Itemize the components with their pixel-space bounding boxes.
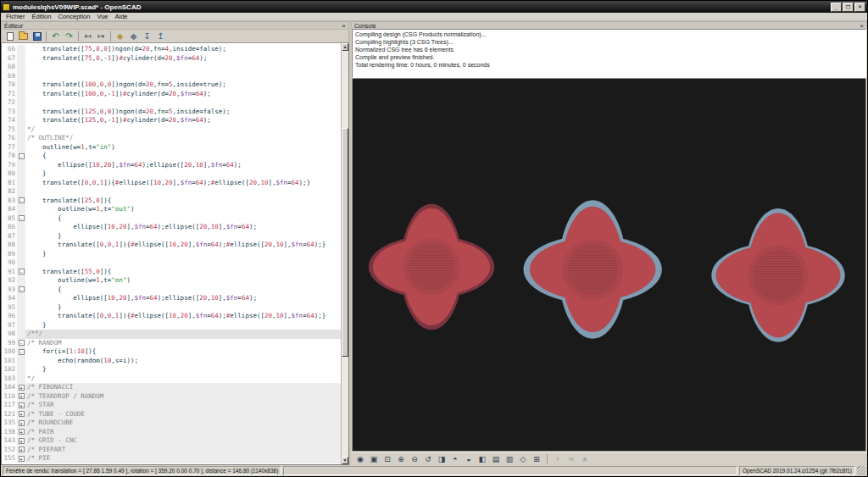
undo-icon[interactable]: ↶ <box>49 31 62 42</box>
fold-collapse-icon[interactable]: - <box>19 286 25 292</box>
code-line-67[interactable]: 67 translate([75,0,-1])#cylinder(d=20,$f… <box>2 54 348 64</box>
code-line-85[interactable]: 85- { <box>2 214 348 224</box>
editor-dock-close-icon[interactable]: × <box>342 23 346 29</box>
render-viewport[interactable] <box>352 78 866 452</box>
menu-fichier[interactable]: Fichier <box>3 13 29 20</box>
show-crosshairs-icon[interactable]: ∗ <box>579 453 591 464</box>
close-button[interactable]: × <box>854 3 865 12</box>
view-diagonal-icon[interactable]: ◇ <box>517 453 529 464</box>
view-right-icon[interactable]: ◨ <box>436 453 448 464</box>
menu-aide[interactable]: Aide <box>111 13 131 20</box>
fold-expand-icon[interactable]: + <box>19 429 25 435</box>
redo-icon[interactable]: ↷ <box>63 31 75 42</box>
console-dock-close-icon[interactable]: × <box>860 23 864 29</box>
fold-collapse-icon[interactable]: - <box>19 153 25 159</box>
code-line-100[interactable]: 100- for(i=[1:10]){ <box>2 347 348 357</box>
code-line-104[interactable]: 104+/* FIBONACCI <box>2 383 348 392</box>
code-line-143[interactable]: 143+/* GRID - CNC <box>2 436 348 446</box>
code-line-99[interactable]: 99-/* RANDOM <box>2 339 348 348</box>
view-back-icon[interactable]: ▥ <box>504 453 515 464</box>
menu-dition[interactable]: Édition <box>29 13 55 20</box>
fold-collapse-icon[interactable]: - <box>19 340 25 346</box>
fold-expand-icon[interactable]: + <box>19 420 25 426</box>
fold-expand-icon[interactable]: + <box>19 456 25 462</box>
fold-collapse-icon[interactable]: - <box>19 197 25 203</box>
code-line-95[interactable]: 95 } <box>2 303 348 313</box>
viewport-preview-icon[interactable]: ◉ <box>354 453 366 464</box>
menu-vue[interactable]: Vue <box>93 13 111 20</box>
code-line-94[interactable]: 94 ellipse([10,20],$fn=64);ellipse([20,1… <box>2 294 348 303</box>
code-line-68[interactable]: 68 <box>2 63 348 72</box>
fold-expand-icon[interactable]: + <box>19 411 25 417</box>
code-line-92[interactable]: 92 outline(w=1,t="on") <box>2 276 348 286</box>
code-line-83[interactable]: 83- translate([25,0]){ <box>2 197 348 206</box>
view-center-icon[interactable]: ⊞ <box>531 453 542 464</box>
code-line-77[interactable]: 77 outline(w=1,t="in") <box>2 143 348 153</box>
code-line-117[interactable]: 117+/* STAR <box>2 401 348 410</box>
code-line-76[interactable]: 76/* OUTLINE*/ <box>2 134 348 143</box>
open-library-icon[interactable]: ↥ <box>154 31 167 42</box>
code-line-84[interactable]: 84 outline(w=1,t="out") <box>2 205 348 214</box>
view-front-icon[interactable]: ▤ <box>490 453 502 464</box>
code-line-80[interactable]: 80 } <box>2 169 348 179</box>
scroll-down-icon[interactable]: ▼ <box>342 457 348 464</box>
code-line-97[interactable]: 97 } <box>2 321 348 330</box>
viewport-render-icon[interactable]: ▣ <box>368 453 380 464</box>
code-line-88[interactable]: 88 translate([0,0,1]){#ellipse([10,20],$… <box>2 241 348 250</box>
view-bottom-icon[interactable]: ◒ <box>463 453 475 464</box>
show-scale-markers-icon[interactable]: ≍ <box>565 453 577 464</box>
code-line-71[interactable]: 71 translate([100,0,-1])#cylinder(d=20,$… <box>2 90 348 99</box>
view-left-icon[interactable]: ◧ <box>476 453 488 464</box>
code-line-138[interactable]: 138+/* PAIR <box>2 428 348 437</box>
code-line-152[interactable]: 152+/* PIEPART <box>2 446 348 455</box>
indent-icon[interactable]: ↦ <box>95 31 108 42</box>
code-line-79[interactable]: 79 ellipse([10,20],$fn=64);ellipse([20,1… <box>2 161 348 170</box>
code-line-98[interactable]: 98/**/ <box>2 330 348 339</box>
fold-expand-icon[interactable]: + <box>19 446 25 452</box>
code-line-90[interactable]: 90 <box>2 258 348 268</box>
code-line-91[interactable]: 91- translate([55,0]){ <box>2 268 348 277</box>
code-line-73[interactable]: 73 translate([125,0,0])ngon(d=20,fn=5,in… <box>2 108 348 117</box>
view-top-icon[interactable]: ◓ <box>449 453 461 464</box>
open-file-icon[interactable] <box>17 31 30 42</box>
unindent-icon[interactable]: ↤ <box>81 31 94 42</box>
code-line-66[interactable]: 66 translate([75,0,0])ngon(d=20,fn=4,ins… <box>2 45 348 54</box>
console-body[interactable]: Compiling design (CSG Products normaliza… <box>352 29 866 78</box>
code-line-135[interactable]: 135+/* ROUNDCUBE <box>2 419 348 428</box>
code-line-82[interactable]: 82 <box>2 187 348 197</box>
menu-conception[interactable]: Conception <box>54 13 93 20</box>
fold-expand-icon[interactable]: + <box>19 402 25 408</box>
code-line-103[interactable]: 103*/ <box>2 374 348 384</box>
code-line-155[interactable]: 155+/* PIE <box>2 454 348 463</box>
code-area[interactable]: 66 translate([75,0,0])ngon(d=20,fn=4,ins… <box>1 43 349 465</box>
editor-scrollbar[interactable]: ▲ ▼ <box>341 43 348 464</box>
code-line-81[interactable]: 81 translate([0,0,1]){#ellipse([10,20],$… <box>2 179 348 188</box>
export-stl-icon[interactable]: ↧ <box>141 31 153 42</box>
fold-collapse-icon[interactable]: - <box>19 215 25 221</box>
fold-expand-icon[interactable]: + <box>19 393 25 399</box>
code-line-72[interactable]: 72 <box>2 98 348 108</box>
code-line-102[interactable]: 102 } <box>2 365 348 374</box>
scroll-thumb[interactable] <box>342 128 348 357</box>
code-line-89[interactable]: 89 } <box>2 250 348 259</box>
save-file-icon[interactable] <box>31 31 43 42</box>
reset-view-icon[interactable]: ↺ <box>422 453 434 464</box>
zoom-in-icon[interactable]: ⊕ <box>395 453 407 464</box>
code-line-110[interactable]: 110+/* TEARDROP / RANDOM <box>2 392 348 402</box>
code-line-87[interactable]: 87 } <box>2 232 348 241</box>
preview-icon[interactable]: ◈ <box>114 31 126 42</box>
zoom-out-icon[interactable]: ⊖ <box>409 453 420 464</box>
scroll-up-icon[interactable]: ▲ <box>342 43 348 51</box>
code-line-93[interactable]: 93- { <box>2 286 348 295</box>
code-line-75[interactable]: 75*/ <box>2 125 348 135</box>
code-line-70[interactable]: 70 translate([100,0,0])ngon(d=20,fn=5,in… <box>2 80 348 90</box>
code-line-96[interactable]: 96 translate([0,0,1]){#ellipse([10,20],$… <box>2 312 348 321</box>
render-icon[interactable]: ◆ <box>127 31 140 42</box>
zoom-all-icon[interactable]: ⊡ <box>381 453 393 464</box>
minimize-button[interactable]: _ <box>831 3 842 12</box>
show-axes-icon[interactable]: + <box>552 453 564 464</box>
code-line-86[interactable]: 86 ellipse([10,20],$fn=64);ellipse([20,1… <box>2 223 348 232</box>
code-line-78[interactable]: 78- { <box>2 152 348 161</box>
code-line-121[interactable]: 121+/* TUBE - COUDE <box>2 410 348 419</box>
resize-grip[interactable] <box>857 466 865 475</box>
